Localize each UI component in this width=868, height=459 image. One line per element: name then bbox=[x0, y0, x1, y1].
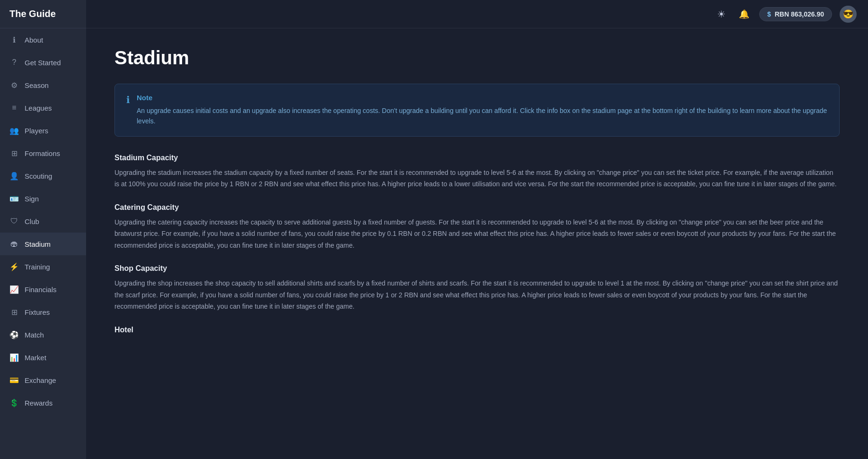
sidebar-item-match[interactable]: ⚽Match bbox=[0, 323, 86, 346]
market-label: Market bbox=[25, 354, 46, 362]
main-area: ☀ 🔔 $ RBN 863,026.90 😎 Stadium ℹ Note An… bbox=[86, 0, 868, 459]
fixtures-label: Fixtures bbox=[25, 308, 50, 316]
season-icon: ⚙ bbox=[9, 80, 19, 90]
sidebar-item-formations[interactable]: ⊞Formations bbox=[0, 142, 86, 165]
section-title-shop-capacity: Shop Capacity bbox=[114, 264, 840, 273]
get-started-label: Get Started bbox=[25, 59, 61, 67]
match-label: Match bbox=[25, 331, 44, 339]
season-label: Season bbox=[25, 81, 49, 89]
sidebar-item-club[interactable]: 🛡Club bbox=[0, 210, 86, 233]
balance-button[interactable]: $ RBN 863,026.90 bbox=[759, 7, 832, 21]
exchange-label: Exchange bbox=[25, 376, 56, 384]
section-title-catering-capacity: Catering Capacity bbox=[114, 203, 840, 212]
section-shop-capacity: Shop CapacityUpgrading the shop increase… bbox=[114, 264, 840, 312]
stadium-label: Stadium bbox=[25, 240, 51, 248]
sidebar-item-players[interactable]: 👥Players bbox=[0, 119, 86, 142]
note-info-icon: ℹ bbox=[126, 94, 130, 127]
financials-icon: 📈 bbox=[9, 285, 19, 294]
formations-icon: ⊞ bbox=[9, 148, 19, 158]
about-label: About bbox=[25, 36, 43, 44]
app-logo: The Guide bbox=[0, 0, 86, 28]
match-icon: ⚽ bbox=[9, 330, 19, 339]
content-area: Stadium ℹ Note An upgrade causes initial… bbox=[86, 28, 868, 459]
theme-toggle-icon[interactable]: ☀ bbox=[714, 7, 729, 22]
club-label: Club bbox=[25, 217, 39, 225]
note-content: Note An upgrade causes initial costs and… bbox=[137, 94, 828, 127]
sidebar: The Guide ℹAbout?Get Started⚙Season≡Leag… bbox=[0, 0, 86, 459]
section-catering-capacity: Catering CapacityUpgrading the catering … bbox=[114, 203, 840, 251]
page-title: Stadium bbox=[114, 47, 840, 69]
user-avatar[interactable]: 😎 bbox=[840, 6, 857, 23]
scouting-label: Scouting bbox=[25, 172, 52, 180]
about-icon: ℹ bbox=[9, 35, 19, 44]
section-stadium-capacity: Stadium CapacityUpgrading the stadium in… bbox=[114, 154, 840, 190]
sign-icon: 🪪 bbox=[9, 194, 19, 203]
market-icon: 📊 bbox=[9, 353, 19, 362]
fixtures-icon: ⊞ bbox=[9, 307, 19, 317]
sidebar-item-sign[interactable]: 🪪Sign bbox=[0, 187, 86, 210]
sidebar-item-season[interactable]: ⚙Season bbox=[0, 74, 86, 96]
note-text: An upgrade causes initial costs and an u… bbox=[137, 105, 828, 127]
sidebar-item-training[interactable]: ⚡Training bbox=[0, 255, 86, 278]
notifications-icon[interactable]: 🔔 bbox=[736, 7, 752, 22]
leagues-icon: ≡ bbox=[9, 103, 19, 113]
section-title-hotel: Hotel bbox=[114, 326, 840, 334]
section-text-catering-capacity: Upgrading the catering capacity increase… bbox=[114, 217, 840, 251]
leagues-label: Leagues bbox=[25, 104, 52, 112]
sidebar-item-exchange[interactable]: 💳Exchange bbox=[0, 369, 86, 391]
sidebar-item-leagues[interactable]: ≡Leagues bbox=[0, 96, 86, 119]
sidebar-item-get-started[interactable]: ?Get Started bbox=[0, 51, 86, 74]
rewards-label: Rewards bbox=[25, 399, 53, 407]
sign-label: Sign bbox=[25, 195, 39, 203]
sidebar-item-fixtures[interactable]: ⊞Fixtures bbox=[0, 301, 86, 323]
rewards-icon: 💲 bbox=[9, 398, 19, 407]
section-text-shop-capacity: Upgrading the shop increases the shop ca… bbox=[114, 277, 840, 312]
training-label: Training bbox=[25, 263, 50, 271]
formations-label: Formations bbox=[25, 149, 60, 157]
sidebar-item-about[interactable]: ℹAbout bbox=[0, 28, 86, 51]
players-label: Players bbox=[25, 127, 48, 135]
scouting-icon: 👤 bbox=[9, 171, 19, 181]
exchange-icon: 💳 bbox=[9, 375, 19, 385]
sidebar-item-stadium[interactable]: 🏟Stadium bbox=[0, 233, 86, 255]
club-icon: 🛡 bbox=[9, 217, 19, 226]
sidebar-item-financials[interactable]: 📈Financials bbox=[0, 278, 86, 301]
note-title: Note bbox=[137, 94, 828, 102]
section-hotel: Hotel bbox=[114, 326, 840, 334]
sidebar-item-scouting[interactable]: 👤Scouting bbox=[0, 165, 86, 187]
stadium-icon: 🏟 bbox=[9, 239, 19, 249]
balance-amount: RBN 863,026.90 bbox=[775, 10, 824, 18]
header: ☀ 🔔 $ RBN 863,026.90 😎 bbox=[86, 0, 868, 28]
sidebar-item-rewards[interactable]: 💲Rewards bbox=[0, 391, 86, 414]
note-box: ℹ Note An upgrade causes initial costs a… bbox=[114, 84, 840, 137]
players-icon: 👥 bbox=[9, 126, 19, 135]
get-started-icon: ? bbox=[9, 58, 19, 67]
sidebar-item-market[interactable]: 📊Market bbox=[0, 346, 86, 369]
training-icon: ⚡ bbox=[9, 262, 19, 271]
balance-currency-icon: $ bbox=[767, 10, 771, 18]
section-title-stadium-capacity: Stadium Capacity bbox=[114, 154, 840, 162]
financials-label: Financials bbox=[25, 286, 57, 294]
section-text-stadium-capacity: Upgrading the stadium increases the stad… bbox=[114, 167, 840, 190]
